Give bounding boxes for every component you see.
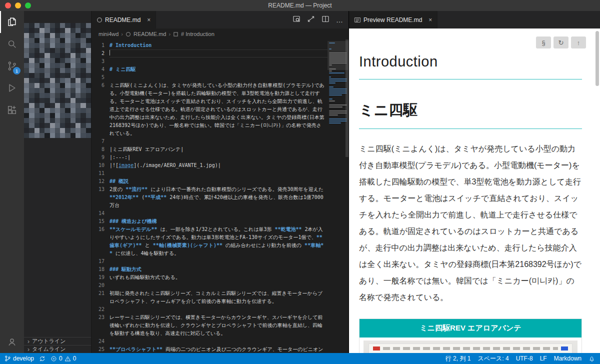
problems-indicator[interactable]: 0 0 xyxy=(50,355,76,362)
code-line[interactable]: 5 xyxy=(92,74,328,82)
warning-count: 0 xyxy=(73,355,76,362)
table-header-cell: ミニ四駆REV エアロアバンテ xyxy=(360,319,582,338)
vscode-window: README.md — Project 1 xyxy=(0,0,600,364)
code-line[interactable]: 9|:---:| xyxy=(92,154,328,162)
chevron-right-icon: › xyxy=(168,31,170,37)
statusbar-left: develop 0 0 xyxy=(0,355,76,362)
logo-mark-red xyxy=(373,346,380,350)
tab-preview[interactable]: Preview README.md × xyxy=(349,11,438,28)
code-line[interactable]: 16**スケールモデル** は、一部を除き1/32とされている。これは単3形 *… xyxy=(92,226,328,258)
account-icon[interactable] xyxy=(0,331,24,353)
timeline-label: タイムライン xyxy=(32,346,66,353)
sidebar-empty-area xyxy=(24,138,91,337)
indentation[interactable]: スペース: 4 xyxy=(478,354,508,363)
preview-table: ミニ四駆REV エアロアバンテ ミニ四駆スターターパック ARスピードタイプ(エ… xyxy=(359,318,582,353)
preview-scrollbar[interactable] xyxy=(596,31,599,86)
code-line[interactable]: 11 xyxy=(92,170,328,178)
code-line[interactable]: 21初期に発売されたミニ四駆シリーズ、コミカルミニ四駆シリーズでは、縦置きモータ… xyxy=(92,290,328,306)
workbench: 1 › xyxy=(0,11,600,353)
language-mode[interactable]: Markdown xyxy=(554,355,582,362)
statusbar-right: 行 2, 列 1 スペース: 4 UTF-8 LF Markdown xyxy=(446,354,600,363)
code-line[interactable]: 17 xyxy=(92,258,328,266)
explorer-icon[interactable] xyxy=(0,11,24,33)
code-line[interactable]: 12## 概説 xyxy=(92,178,328,186)
open-changes-icon[interactable] xyxy=(307,15,315,25)
chevron-right-icon: › xyxy=(28,338,30,345)
status-bar: develop 0 0 行 2, 列 1 スペース: 4 xyxy=(0,353,600,364)
product-photo: ミニ四駆スターターパック ARスピードタイプ(エアロアバンテ) MINI 4WD… xyxy=(364,340,578,353)
editor-group: README.md × xyxy=(92,11,349,353)
code-line[interactable]: 2 xyxy=(92,50,328,58)
code-line[interactable]: 1# Introduction xyxy=(92,42,328,50)
breadcrumb-file[interactable]: README.md xyxy=(134,31,166,37)
code-line[interactable]: 15### 構造および機構 xyxy=(92,218,328,226)
markdown-preview[interactable]: § ↻ ↑ Introduction ミニ四駆 ミニ四駆(ミニよんく)は、タミヤ… xyxy=(349,28,600,353)
bell-icon[interactable] xyxy=(588,356,595,362)
code-line[interactable]: 14 xyxy=(92,210,328,218)
zoom-window-button[interactable] xyxy=(25,2,31,8)
minimize-window-button[interactable] xyxy=(15,2,21,8)
preview-paragraph: ミニ四駆(ミニよんく)は、タミヤが発売している小型の動力付き自動車模型(プラモデ… xyxy=(359,140,582,306)
refresh-button[interactable]: ↻ xyxy=(554,36,568,48)
product-image: ミニ四駆スターターパック ARスピードタイプ(エアロアバンテ) MINI 4WD… xyxy=(360,338,582,353)
window-title: README.md — Project xyxy=(0,2,600,9)
eol-indicator[interactable]: LF xyxy=(540,355,547,362)
code-editor[interactable]: 1# Introduction2 3 4# ミニ四駆5 6ミニ四駆(ミニよんく)… xyxy=(92,40,348,353)
code-line[interactable]: 6ミニ四駆(ミニよんく)は、タミヤが発売している小型の動力付き自動車模型(プラモ… xyxy=(92,82,328,138)
split-editor-icon[interactable] xyxy=(322,15,330,25)
source-control-icon[interactable]: 1 xyxy=(0,55,24,77)
tab-readme[interactable]: README.md × xyxy=(92,11,156,28)
permalink-button[interactable]: § xyxy=(536,36,551,48)
branch-indicator[interactable]: develop xyxy=(4,355,34,362)
editor-tab-bar: README.md × xyxy=(92,11,348,28)
breadcrumb: mini4wd › README.md › # Introduction xyxy=(92,28,348,40)
code-line[interactable]: 10|![image](./image/AERO_AVANTE_1.jpg)| xyxy=(92,162,328,170)
code-line[interactable]: 132度の **流行** により日本で一番売れた自動車模型のシリーズである。発売… xyxy=(92,186,328,210)
code-line[interactable]: 8|ミニ四駆REV エアロアバンテ| xyxy=(92,146,328,154)
code-line[interactable]: 24 xyxy=(92,338,328,346)
code-line[interactable]: 25**プロペラシャフト** 両端の二つのピニオン及び二つのクラウンギア、モータ… xyxy=(92,346,328,353)
preview-float-buttons: § ↻ ↑ xyxy=(536,36,586,48)
code-line[interactable]: 4# ミニ四駆 xyxy=(92,66,328,74)
open-preview-icon[interactable] xyxy=(292,15,300,25)
code-line[interactable]: 22 xyxy=(92,306,328,314)
extensions-icon[interactable] xyxy=(0,99,24,121)
error-icon xyxy=(50,356,57,362)
code-line[interactable]: 23レーサーミニ四駆シリーズでは、横置きモーターからカウンターギヤ、スパーギヤを… xyxy=(92,314,328,338)
window-controls xyxy=(5,2,31,8)
branch-icon xyxy=(4,355,11,362)
breadcrumb-folder[interactable]: mini4wd xyxy=(98,31,118,37)
outline-section[interactable]: › アウトライン xyxy=(24,337,91,345)
titlebar[interactable]: README.md — Project xyxy=(0,0,600,11)
tab-label: Preview README.md xyxy=(364,16,422,24)
explorer-sidebar: › アウトライン › タイムライン xyxy=(24,11,92,353)
redacted-files-mosaic xyxy=(24,23,91,138)
preview-heading-mini4wd: ミニ四駆 xyxy=(359,100,582,129)
scroll-top-button[interactable]: ↑ xyxy=(571,36,586,48)
cursor-position[interactable]: 行 2, 列 1 xyxy=(446,354,471,363)
close-tab-icon[interactable]: × xyxy=(428,16,432,24)
run-debug-icon[interactable] xyxy=(0,77,24,99)
symbol-heading-icon xyxy=(173,32,178,37)
search-icon[interactable] xyxy=(0,33,24,55)
chevron-right-icon: › xyxy=(28,346,30,353)
timeline-section[interactable]: › タイムライン xyxy=(24,345,91,353)
editor-scrollbar[interactable] xyxy=(346,40,348,157)
preview-tab-bar: Preview README.md × xyxy=(349,11,600,28)
code-line[interactable]: 7 xyxy=(92,138,328,146)
close-tab-icon[interactable]: × xyxy=(147,16,150,24)
encoding[interactable]: UTF-8 xyxy=(516,355,533,362)
code-line[interactable]: 19いずれも四輪駆動方式である。 xyxy=(92,274,328,282)
editor-code: 1# Introduction2 3 4# ミニ四駆5 6ミニ四駆(ミニよんく)… xyxy=(92,40,328,353)
code-line[interactable]: 3 xyxy=(92,58,328,66)
more-actions-icon[interactable]: … xyxy=(336,16,344,24)
logo-mark-blue xyxy=(561,346,568,350)
code-line[interactable]: 20 xyxy=(92,282,328,290)
warning-icon xyxy=(64,356,71,362)
error-count: 0 xyxy=(59,355,62,362)
breadcrumb-symbol[interactable]: # Introduction xyxy=(181,31,214,37)
code-line[interactable]: 18### 駆動方式 xyxy=(92,266,328,274)
close-window-button[interactable] xyxy=(5,2,11,8)
sync-icon[interactable] xyxy=(39,356,46,362)
tab-label: README.md xyxy=(105,16,140,24)
